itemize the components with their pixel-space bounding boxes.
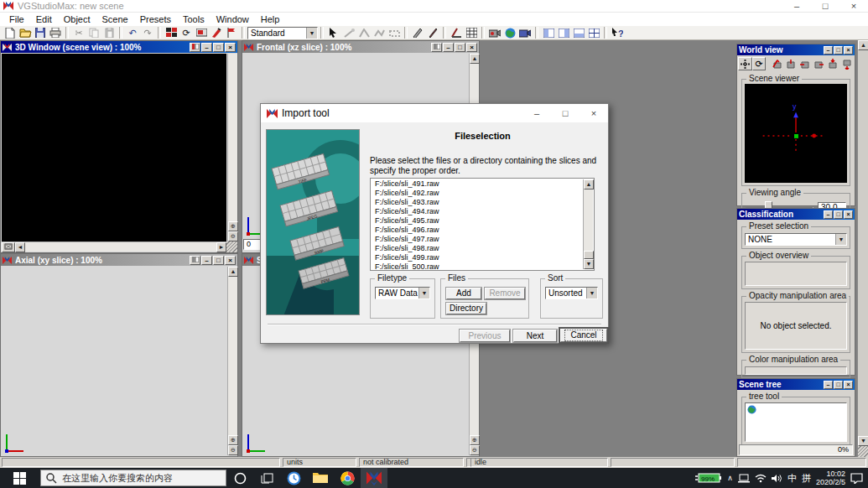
file-item[interactable]: F:/slice/sli_500.raw [372, 262, 583, 269]
battery-icon[interactable]: 99% [694, 472, 722, 484]
file-item[interactable]: F:/slice/sli_497.raw [372, 235, 583, 244]
menu-presets[interactable]: Presets [134, 14, 177, 24]
ime-language-indicator[interactable]: 中 [787, 472, 797, 485]
panel-maximize-button[interactable]: □ [834, 46, 843, 55]
filetype-select[interactable]: RAW Data ▼ [375, 287, 430, 299]
dialog-maximize-button[interactable]: □ [551, 104, 580, 122]
file-item[interactable]: F:/slice/sli_494.raw [372, 207, 583, 216]
file-item[interactable]: F:/slice/sli_492.raw [372, 189, 583, 198]
wv-view-top-icon[interactable] [826, 57, 840, 70]
panel-column-scrollbar[interactable]: ▲ ▼ [857, 40, 868, 457]
close-button[interactable]: × [466, 43, 477, 52]
sort-dropdown-icon[interactable]: ▼ [586, 288, 597, 299]
wv-view-left-icon[interactable] [798, 57, 812, 70]
layout-bottom-icon[interactable] [571, 27, 586, 39]
file-explorer-button[interactable] [307, 468, 334, 488]
wv-axes-icon[interactable] [738, 57, 752, 70]
axial-viewport[interactable] [2, 267, 226, 455]
remove-button[interactable]: Remove [485, 288, 525, 299]
wv-view-front-icon[interactable] [770, 57, 784, 70]
layout-quad-icon[interactable] [586, 27, 601, 39]
panel-minimize-button[interactable]: – [824, 210, 833, 219]
file-item[interactable]: F:/slice/sli_493.raw [372, 198, 583, 207]
scroll-up-icon[interactable]: ▲ [858, 40, 868, 50]
dialog-titlebar[interactable]: Import tool – □ × [261, 104, 608, 122]
filetype-dropdown-icon[interactable]: ▼ [418, 288, 429, 299]
scroll-thumb[interactable] [584, 251, 594, 259]
save-icon[interactable] [33, 27, 48, 39]
resize-grip[interactable] [858, 446, 868, 457]
volume-icon[interactable] [772, 474, 782, 483]
file-item[interactable]: F:/slice/sli_491.raw [372, 179, 583, 189]
panel-close-button[interactable]: × [844, 210, 853, 219]
wifi-icon[interactable] [755, 474, 767, 483]
next-button[interactable]: Next [513, 330, 557, 342]
slice-indicator-button[interactable] [190, 43, 200, 52]
directory-button[interactable]: Directory [446, 303, 486, 314]
close-button[interactable]: × [225, 256, 236, 265]
zoom-out-icon[interactable]: ⊖ [470, 445, 480, 455]
redo-icon[interactable]: ↷ [140, 27, 155, 39]
file-item[interactable]: F:/slice/sli_498.raw [372, 244, 583, 253]
task-view-button[interactable] [253, 468, 280, 488]
copy-icon[interactable] [86, 27, 101, 39]
menu-window[interactable]: Window [211, 14, 255, 24]
previous-button[interactable]: Previous [460, 330, 510, 342]
ime-mode-indicator[interactable]: 拼 [802, 472, 811, 485]
device-icon[interactable] [738, 474, 750, 483]
menu-file[interactable]: File [3, 14, 30, 24]
print-icon[interactable] [48, 27, 63, 39]
alarms-app-button[interactable] [280, 468, 307, 488]
cancel-button[interactable]: Cancel [560, 329, 607, 342]
camera-icon[interactable] [487, 27, 502, 39]
color-manipulation-area[interactable] [745, 366, 847, 375]
frontal-window-titlebar[interactable]: Frontal (xz slice) : 100% – □ × [242, 41, 479, 53]
ink-markup-icon[interactable] [209, 27, 224, 39]
context-help-icon[interactable]: ? [610, 27, 625, 39]
app-maximize-button[interactable]: □ [811, 0, 839, 12]
cortana-button[interactable] [226, 468, 253, 488]
zoom-in-icon[interactable]: ⊕ [228, 435, 238, 445]
tray-expand-icon[interactable]: ∧ [727, 474, 733, 482]
grid-table-icon[interactable] [464, 27, 479, 39]
scroll-up-icon[interactable]: ▲ [470, 54, 480, 64]
minimize-button[interactable]: – [201, 256, 212, 265]
open-icon[interactable] [18, 27, 33, 39]
scene-viewer-canvas[interactable]: y [745, 84, 847, 183]
minimize-button[interactable]: – [201, 43, 212, 52]
cut-icon[interactable]: ✂ [71, 27, 86, 39]
rotate-view-icon[interactable]: ⟳ [179, 27, 194, 39]
scroll-left-icon[interactable]: ◄ [15, 242, 25, 252]
measure-caliper-icon[interactable] [387, 27, 402, 39]
vgstudio-taskbar-button[interactable] [361, 468, 387, 488]
minimize-button[interactable]: – [443, 43, 454, 52]
panel-maximize-button[interactable]: □ [834, 210, 843, 219]
app-minimize-button[interactable]: – [782, 0, 811, 12]
zoom-in-icon[interactable]: ⊕ [470, 435, 480, 445]
search-input[interactable] [62, 473, 217, 483]
perspective-toggle-icon[interactable] [2, 242, 15, 252]
toolbar-preset-dropdown-icon[interactable]: ▼ [306, 28, 317, 39]
menu-object[interactable]: Object [58, 14, 96, 24]
menu-tools[interactable]: Tools [177, 14, 211, 24]
maximize-button[interactable]: □ [455, 43, 465, 52]
pen-icon[interactable] [410, 27, 425, 39]
add-button[interactable]: Add [446, 288, 481, 299]
taskbar-search[interactable] [40, 470, 226, 486]
toolbar-preset-select[interactable]: Standard ▼ [247, 27, 318, 39]
scene-tree-titlebar[interactable]: Scene tree – □ × [737, 379, 855, 390]
needle-icon[interactable] [425, 27, 440, 39]
resize-grip[interactable] [226, 241, 237, 252]
file-item[interactable]: F:/slice/sli_496.raw [372, 226, 583, 235]
measure-angle-icon[interactable] [356, 27, 372, 39]
measure-distance-icon[interactable] [341, 27, 356, 39]
wv-view-back-icon[interactable] [784, 57, 798, 70]
wv-orbit-icon[interactable]: ⟳ [752, 57, 767, 70]
scroll-up-icon[interactable]: ▲ [584, 179, 594, 189]
world-view-titlebar[interactable]: World view – □ × [737, 44, 855, 55]
3d-window-titlebar[interactable]: 3D Window (scene view) : 100% – □ × [1, 41, 237, 53]
scene-tree-list[interactable] [745, 402, 847, 442]
measure-polyline-icon[interactable] [372, 27, 387, 39]
action-center-icon[interactable] [850, 473, 863, 484]
panel-maximize-button[interactable]: □ [834, 381, 843, 389]
